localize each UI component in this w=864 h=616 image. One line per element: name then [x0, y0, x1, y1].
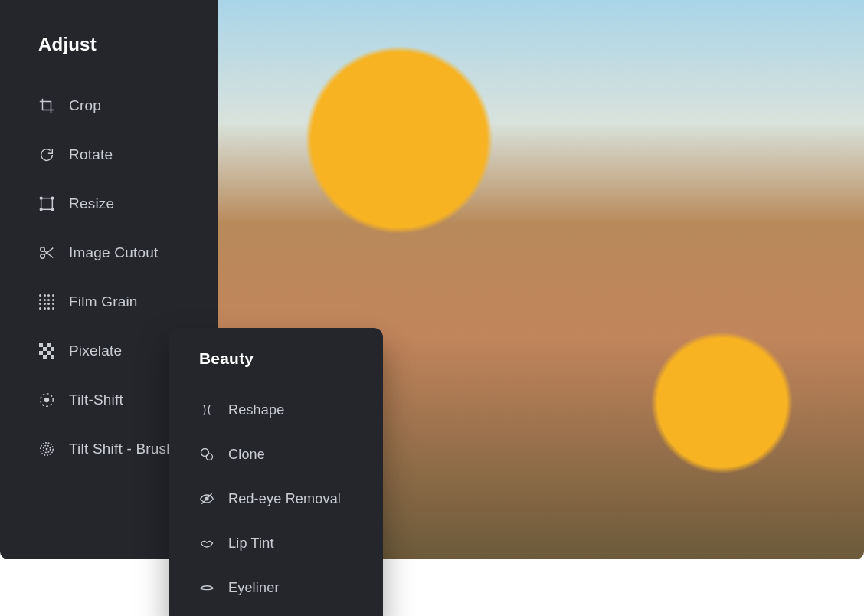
tool-film-grain[interactable]: Film Grain	[38, 277, 218, 326]
tool-label: Film Grain	[69, 293, 138, 310]
tool-image-cutout[interactable]: Image Cutout	[38, 228, 218, 277]
beauty-panel-title: Beauty	[199, 349, 383, 368]
svg-point-13	[206, 454, 212, 460]
tool-label: Clone	[228, 447, 265, 463]
beauty-tool-list: Reshape Clone Red-eye Removal Lip Tint	[199, 388, 383, 610]
tool-crop[interactable]: Crop	[38, 81, 218, 130]
tool-reshape[interactable]: Reshape	[199, 388, 383, 432]
svg-point-6	[41, 254, 45, 259]
tool-label: Lip Tint	[228, 536, 274, 552]
eyeliner-icon	[199, 580, 214, 595]
film-grain-icon	[38, 293, 55, 310]
tool-red-eye[interactable]: Red-eye Removal	[199, 477, 383, 521]
lips-icon	[199, 536, 214, 551]
tool-label: Tilt-Shift	[69, 392, 123, 408]
tool-label: Red-eye Removal	[228, 491, 341, 507]
red-eye-icon	[199, 491, 214, 506]
resize-icon	[38, 195, 55, 212]
tool-label: Reshape	[228, 402, 284, 418]
svg-rect-0	[41, 198, 53, 210]
crop-icon	[38, 97, 55, 114]
tilt-shift-icon	[38, 392, 55, 408]
svg-point-8	[44, 398, 49, 402]
tool-eyeliner[interactable]: Eyeliner	[199, 565, 383, 610]
beauty-panel: Beauty Reshape Clone Red-eye Removal	[169, 328, 383, 616]
tool-label: Pixelate	[69, 342, 122, 359]
tool-label: Crop	[69, 97, 101, 114]
tool-label: Tilt Shift - Brush	[69, 441, 175, 457]
svg-point-4	[51, 208, 54, 211]
tool-lip-tint[interactable]: Lip Tint	[199, 521, 383, 565]
svg-point-12	[201, 449, 209, 457]
svg-point-3	[40, 208, 42, 211]
tool-rotate[interactable]: Rotate	[38, 130, 218, 179]
svg-point-5	[41, 247, 45, 252]
app-root: Adjust Crop Rotate Resize	[0, 0, 864, 616]
tool-label: Rotate	[69, 146, 113, 163]
tool-resize[interactable]: Resize	[38, 179, 218, 228]
tool-label: Eyeliner	[228, 580, 280, 596]
svg-point-11	[46, 448, 48, 451]
tilt-shift-brush-icon	[38, 441, 55, 457]
svg-point-2	[51, 197, 54, 199]
svg-point-1	[40, 197, 42, 199]
adjust-panel-title: Adjust	[38, 34, 218, 55]
tool-label: Resize	[69, 195, 114, 212]
pixelate-icon	[38, 342, 55, 359]
reshape-icon	[199, 402, 214, 418]
rotate-icon	[38, 146, 55, 163]
scissors-icon	[38, 244, 55, 261]
tool-label: Image Cutout	[69, 244, 158, 261]
clone-icon	[199, 447, 214, 462]
tool-clone[interactable]: Clone	[199, 432, 383, 477]
